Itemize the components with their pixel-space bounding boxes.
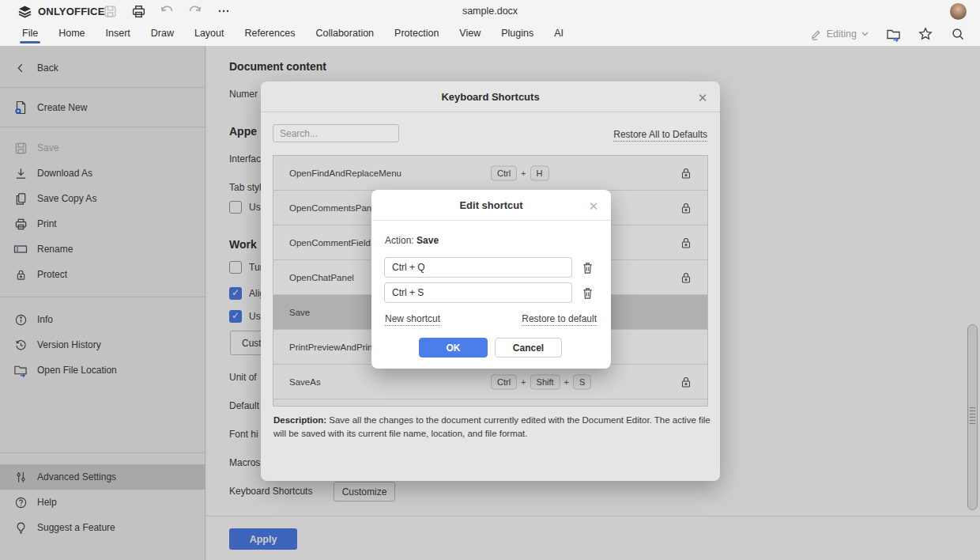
favorites-star-icon[interactable] <box>918 26 933 42</box>
pencil-icon <box>810 28 822 40</box>
tab-insert[interactable]: Insert <box>105 25 131 44</box>
tab-ai[interactable]: AI <box>553 25 564 44</box>
onlyoffice-layers-icon <box>17 5 32 18</box>
app-window: ONLYOFFICE sample.docx File Home <box>0 0 980 560</box>
title-bar: ONLYOFFICE sample.docx <box>0 0 980 22</box>
tab-collaboration[interactable]: Collaboration <box>315 25 375 44</box>
tab-view[interactable]: View <box>458 25 481 44</box>
tab-home[interactable]: Home <box>58 25 85 44</box>
tab-protection[interactable]: Protection <box>394 25 439 44</box>
more-options-icon[interactable] <box>215 2 232 20</box>
editing-mode-selector[interactable]: Editing <box>810 28 869 40</box>
close-icon[interactable]: ✕ <box>586 198 601 214</box>
dialog-title: Edit shortcut <box>371 199 611 211</box>
ok-button[interactable]: OK <box>419 338 488 358</box>
redo-icon[interactable] <box>187 2 204 20</box>
tab-file[interactable]: File <box>21 25 39 44</box>
cancel-button[interactable]: Cancel <box>495 338 562 358</box>
open-file-location-icon[interactable] <box>885 26 901 42</box>
user-avatar[interactable] <box>950 3 967 20</box>
editing-mode-label: Editing <box>827 28 857 40</box>
logo-text: ONLYOFFICE <box>38 6 105 17</box>
shortcut-input-1[interactable] <box>384 257 572 278</box>
print-icon[interactable] <box>130 2 147 20</box>
tab-layout[interactable]: Layout <box>194 25 225 44</box>
ribbon-tabs: File Home Insert Draw Layout References … <box>0 22 980 46</box>
tab-plugins[interactable]: Plugins <box>500 25 534 44</box>
delete-shortcut-1-icon[interactable] <box>580 260 595 275</box>
app-logo: ONLYOFFICE <box>17 5 105 18</box>
save-icon[interactable] <box>101 2 119 20</box>
tab-references[interactable]: References <box>243 25 296 44</box>
restore-to-default-link[interactable]: Restore to default <box>522 313 597 326</box>
shortcut-input-2[interactable] <box>384 282 572 303</box>
new-shortcut-link[interactable]: New shortcut <box>385 313 440 326</box>
chevron-down-icon <box>861 32 869 36</box>
undo-icon[interactable] <box>158 2 175 20</box>
delete-shortcut-2-icon[interactable] <box>580 286 595 301</box>
dialog-header: Edit shortcut ✕ <box>371 190 611 221</box>
action-label: Action: Save <box>385 235 439 246</box>
quick-access-toolbar <box>101 2 232 20</box>
tab-draw[interactable]: Draw <box>150 25 175 44</box>
edit-shortcut-dialog: Edit shortcut ✕ Action: Save New shortcu… <box>371 190 611 369</box>
search-icon[interactable] <box>950 26 966 42</box>
